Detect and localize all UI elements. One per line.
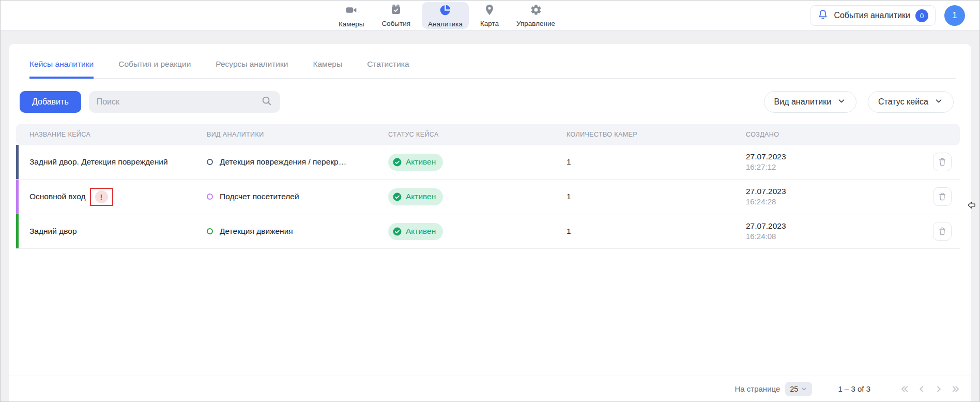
per-page-label: На странице: [734, 384, 780, 393]
status-label: Активен: [406, 157, 436, 167]
nav-item-management[interactable]: Управление: [510, 2, 561, 29]
analytics-page-card: Кейсы аналитики События и реакции Ресурс…: [9, 44, 971, 401]
delete-case-button[interactable]: [933, 153, 952, 171]
analytics-type-cell: Подсчет посетителей: [207, 192, 388, 201]
nav-label: Камеры: [339, 20, 364, 28]
analytics-type-label: Детекция движения: [220, 227, 293, 236]
annotation-highlight-box: !: [90, 188, 113, 206]
settings-icon: [530, 4, 542, 18]
events-icon: [390, 4, 402, 18]
nav-item-events[interactable]: События: [375, 2, 417, 29]
created-time: 16:24:08: [746, 231, 926, 242]
check-circle-icon: [392, 157, 402, 167]
table-row[interactable]: Основной вход ! Подсчет посетителей Акти…: [16, 180, 960, 214]
row-actions-cell: [926, 222, 960, 241]
table-footer: На странице 25 1 – 3 of 3: [9, 376, 971, 401]
analytics-type-icon: [207, 159, 213, 165]
analytics-type-icon: [207, 193, 213, 200]
search-box: [89, 91, 280, 113]
nav-item-cameras[interactable]: Камеры: [332, 2, 370, 29]
nav-label: Карта: [480, 20, 499, 27]
analytics-type-icon: [207, 228, 213, 234]
user-avatar[interactable]: 1: [944, 5, 965, 26]
table-row[interactable]: Задний двор Детекция движения Активен 1 …: [16, 214, 960, 249]
col-header-case-status: СТАТУС КЕЙСА: [388, 131, 566, 138]
last-page-button[interactable]: [950, 383, 962, 395]
trash-icon: [937, 226, 947, 236]
row-accent-bar: [16, 214, 19, 248]
search-icon[interactable]: [261, 95, 272, 109]
filter-case-status[interactable]: Статус кейса: [868, 91, 954, 113]
nav-label: Управление: [516, 20, 555, 27]
analytics-type-cell: Детекция повреждения / перекр…: [207, 157, 388, 167]
delete-case-button[interactable]: [933, 222, 952, 241]
camera-icon: [345, 4, 358, 19]
case-name: Задний двор. Детекция повреждений: [29, 157, 168, 167]
main-nav: Камеры События Аналитика: [332, 1, 561, 31]
nav-label: События: [381, 20, 410, 27]
trash-icon: [937, 191, 947, 202]
row-accent-bar: [16, 145, 19, 179]
map-icon: [483, 4, 496, 18]
tab-cameras[interactable]: Камеры: [313, 59, 342, 78]
col-header-case-name: НАЗВАНИЕ КЕЙСА: [29, 131, 207, 138]
status-label: Активен: [406, 192, 436, 201]
case-name-cell: Основной вход !: [29, 188, 207, 206]
case-status-cell: Активен: [388, 188, 566, 205]
camera-count-cell: 1: [566, 192, 746, 201]
check-circle-icon: [392, 227, 402, 236]
case-status-cell: Активен: [388, 223, 566, 240]
chevron-right-icon: [933, 383, 944, 395]
search-input[interactable]: [97, 97, 261, 107]
delete-case-button[interactable]: [933, 187, 952, 206]
status-badge: Активен: [388, 154, 443, 171]
tab-statistics[interactable]: Статистика: [367, 59, 409, 78]
created-cell: 27.07.2023 16:27:12: [746, 152, 926, 172]
row-accent-bar: [16, 180, 19, 214]
col-header-created: СОЗДАНО: [746, 131, 926, 138]
tab-events-reactions[interactable]: События и реакции: [118, 59, 191, 78]
filter-analytics-type[interactable]: Вид аналитики: [764, 91, 857, 113]
analytics-type-label: Детекция повреждения / перекр…: [220, 157, 346, 167]
case-name: Задний двор: [29, 227, 77, 236]
pagination-range: 1 – 3 of 3: [838, 384, 870, 393]
double-chevron-right-icon: [950, 383, 961, 395]
created-cell: 27.07.2023 16:24:08: [746, 221, 926, 242]
col-header-analytics-type: ВИД АНАЛИТИКИ: [207, 131, 388, 138]
pagination-controls: [898, 383, 962, 395]
created-time: 16:27:12: [746, 162, 926, 172]
double-chevron-left-icon: [899, 383, 910, 395]
camera-count-cell: 1: [566, 157, 746, 167]
row-actions-cell: [926, 187, 960, 206]
per-page-select[interactable]: 25: [785, 382, 812, 396]
case-name-cell: Задний двор: [29, 227, 207, 236]
top-header: Камеры События Аналитика: [1, 1, 979, 31]
tab-analytics-resources[interactable]: Ресурсы аналитики: [216, 59, 288, 78]
nav-item-map[interactable]: Карта: [474, 2, 505, 29]
bell-icon: [817, 9, 829, 22]
filter-label: Вид аналитики: [774, 97, 832, 107]
chevron-down-icon: [934, 96, 943, 108]
tab-analytics-cases[interactable]: Кейсы аналитики: [29, 59, 94, 79]
created-time: 16:24:28: [746, 197, 926, 207]
trash-icon: [937, 157, 947, 167]
nav-item-analytics[interactable]: Аналитика: [422, 2, 469, 29]
next-page-button[interactable]: [932, 383, 945, 395]
first-page-button[interactable]: [898, 383, 911, 395]
col-header-camera-count: КОЛИЧЕСТВО КАМЕР: [566, 131, 746, 138]
chevron-left-icon: [916, 383, 927, 395]
toolbar: Добавить Вид аналитики Статус кейса: [20, 91, 954, 113]
status-badge: Активен: [388, 223, 443, 240]
alert-icon: !: [95, 190, 108, 203]
add-button[interactable]: Добавить: [20, 91, 81, 113]
table-row[interactable]: Задний двор. Детекция повреждений Детекц…: [16, 145, 960, 180]
chevron-down-icon: [837, 96, 846, 108]
analytics-type-cell: Детекция движения: [207, 227, 388, 236]
created-date: 27.07.2023: [746, 221, 926, 231]
created-date: 27.07.2023: [746, 152, 926, 162]
analytics-events-button[interactable]: События аналитики 0: [810, 5, 936, 26]
filter-label: Статус кейса: [878, 97, 928, 107]
analytics-events-label: События аналитики: [834, 11, 910, 20]
analytics-icon: [439, 4, 452, 19]
prev-page-button[interactable]: [915, 383, 928, 395]
